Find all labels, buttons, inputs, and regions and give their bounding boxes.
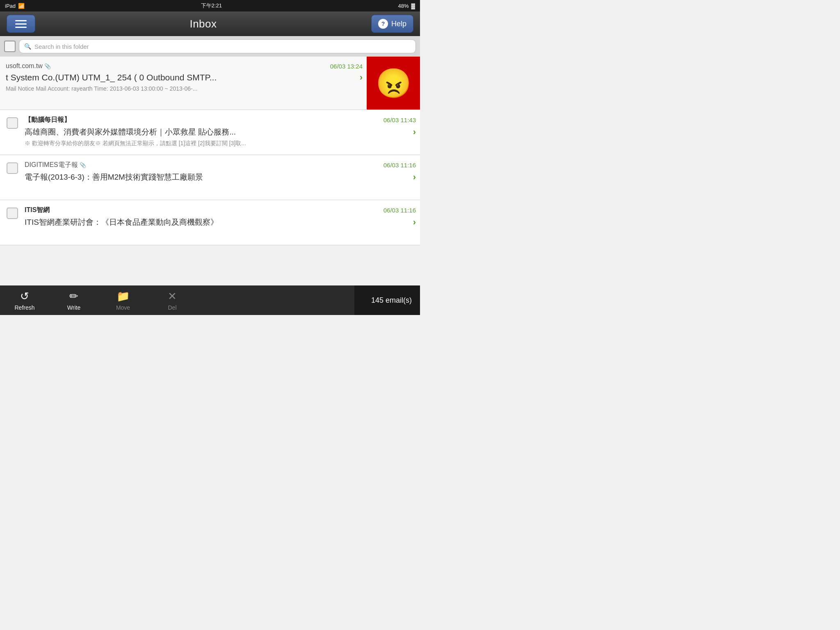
hamburger-line-1 [15, 20, 27, 21]
email-preview-1: Mail Notice Mail Account: rayearth Time:… [6, 85, 363, 92]
page-title: Inbox [189, 18, 217, 30]
email-date-2: 06/03 11:43 [383, 116, 416, 123]
bottom-toolbar: ↺ Refresh ✏ Write 📁 Move ✕ Del 145 email… [0, 285, 420, 315]
email-meta-3: DIGITIMES電子報📎 06/03 11:16 [25, 161, 416, 169]
email-date-3: 06/03 11:16 [383, 162, 416, 169]
email-checkbox-col-4 [0, 200, 25, 245]
email-thumbnail-1: 😠 [367, 57, 420, 110]
write-button[interactable]: ✏ Write [49, 285, 98, 315]
email-date-4: 06/03 11:16 [383, 207, 416, 214]
hamburger-line-2 [15, 23, 27, 25]
email-sender-3: DIGITIMES電子報📎 [25, 161, 86, 169]
email-content-4: ITIS智網 06/03 11:16 ITIS智網產業研討會：《日本食品產業動向… [25, 200, 420, 245]
email-sender-2: 【動腦每日報】 [25, 116, 71, 124]
delete-label: Del [168, 304, 176, 311]
chevron-right-icon-2: › [413, 127, 416, 137]
chevron-right-icon-3: › [413, 172, 416, 183]
email-checkbox-2[interactable] [7, 117, 18, 129]
email-subject-4: ITIS智網產業研討會：《日本食品產業動向及商機觀察》 [25, 217, 410, 228]
email-subject-row-3: 電子報(2013-6-3)：善用M2M技術實踐智慧工廠願景 › [25, 172, 416, 183]
delete-button[interactable]: ✕ Del [148, 285, 197, 315]
search-icon: 🔍 [24, 43, 31, 50]
wifi-icon: 📶 [18, 3, 25, 9]
table-row[interactable]: 【動腦每日報】 06/03 11:43 高雄商圈、消費者與家外媒體環境分析｜小眾… [0, 110, 420, 155]
device-label: iPad [5, 3, 16, 9]
email-meta-4: ITIS智網 06/03 11:16 [25, 206, 416, 215]
email-subject-row-4: ITIS智網產業研討會：《日本食品產業動向及商機觀察》 › [25, 217, 416, 228]
refresh-label: Refresh [14, 304, 34, 311]
status-left: iPad 📶 [5, 3, 25, 9]
battery-percent: 48% [398, 3, 409, 9]
email-emoji-1: 😠 [376, 69, 411, 98]
menu-button[interactable] [7, 15, 35, 33]
battery-icon: ▓ [411, 3, 415, 9]
write-label: Write [67, 304, 80, 311]
email-checkbox-4[interactable] [7, 208, 18, 219]
email-checkbox-col-3 [0, 155, 25, 200]
email-preview-2: ※ 歡迎轉寄分享給你的朋友※ 若網頁無法正常顯示，請點選 [1]這裡 [2]我要… [25, 140, 416, 147]
email-date-1: 06/03 13:24 [330, 63, 363, 70]
delete-icon: ✕ [168, 290, 177, 303]
email-checkbox-col-2 [0, 110, 25, 155]
email-subject-row-2: 高雄商圈、消費者與家外媒體環境分析｜小眾救星 貼心服務... › [25, 127, 416, 137]
table-row[interactable]: usoft.com.tw📎 06/03 13:24 t System Co.(U… [0, 57, 420, 110]
email-count-badge: 145 email(s) [354, 285, 420, 315]
email-count-text: 145 email(s) [371, 296, 412, 305]
email-subject-1: t System Co.(UTM) UTM_1_ 254 ( 0 Outboun… [6, 73, 356, 82]
email-content-1: usoft.com.tw📎 06/03 13:24 t System Co.(U… [0, 57, 367, 110]
attachment-icon-1: 📎 [44, 63, 51, 69]
email-sender-1: usoft.com.tw📎 [6, 62, 51, 70]
search-bar: 🔍 Search in this folder [0, 36, 420, 57]
hamburger-icon [15, 20, 27, 28]
write-icon: ✏ [69, 290, 78, 303]
email-meta-1: usoft.com.tw📎 06/03 13:24 [6, 62, 363, 70]
move-label: Move [116, 304, 130, 311]
table-row[interactable]: DIGITIMES電子報📎 06/03 11:16 電子報(2013-6-3)：… [0, 155, 420, 200]
hamburger-line-3 [15, 27, 27, 28]
nav-bar: Inbox ? Help [0, 11, 420, 36]
email-subject-row-1: t System Co.(UTM) UTM_1_ 254 ( 0 Outboun… [6, 72, 363, 83]
refresh-button[interactable]: ↺ Refresh [0, 285, 49, 315]
email-list: usoft.com.tw📎 06/03 13:24 t System Co.(U… [0, 57, 420, 245]
move-button[interactable]: 📁 Move [98, 285, 148, 315]
status-right: 48% ▓ [398, 3, 415, 9]
email-content-3: DIGITIMES電子報📎 06/03 11:16 電子報(2013-6-3)：… [25, 155, 420, 200]
chevron-right-icon-4: › [413, 217, 416, 228]
status-bar: iPad 📶 下午2:21 48% ▓ [0, 0, 420, 11]
chevron-right-icon-1: › [360, 72, 363, 83]
email-content-2: 【動腦每日報】 06/03 11:43 高雄商圈、消費者與家外媒體環境分析｜小眾… [25, 110, 420, 155]
help-label: Help [391, 20, 406, 28]
attachment-icon-3: 📎 [80, 162, 86, 168]
status-time: 下午2:21 [201, 2, 222, 9]
email-meta-2: 【動腦每日報】 06/03 11:43 [25, 116, 416, 124]
help-icon: ? [378, 19, 388, 29]
move-icon: 📁 [116, 290, 130, 303]
email-sender-4: ITIS智網 [25, 206, 50, 215]
help-button[interactable]: ? Help [371, 15, 413, 33]
email-subject-2: 高雄商圈、消費者與家外媒體環境分析｜小眾救星 貼心服務... [25, 127, 410, 137]
email-checkbox-3[interactable] [7, 162, 18, 174]
search-input-wrap[interactable]: 🔍 Search in this folder [19, 39, 416, 53]
table-row[interactable]: ITIS智網 06/03 11:16 ITIS智網產業研討會：《日本食品產業動向… [0, 200, 420, 245]
refresh-icon: ↺ [20, 290, 29, 303]
search-input[interactable]: Search in this folder [34, 43, 89, 50]
select-all-checkbox[interactable] [4, 41, 16, 52]
email-subject-3: 電子報(2013-6-3)：善用M2M技術實踐智慧工廠願景 [25, 172, 410, 183]
